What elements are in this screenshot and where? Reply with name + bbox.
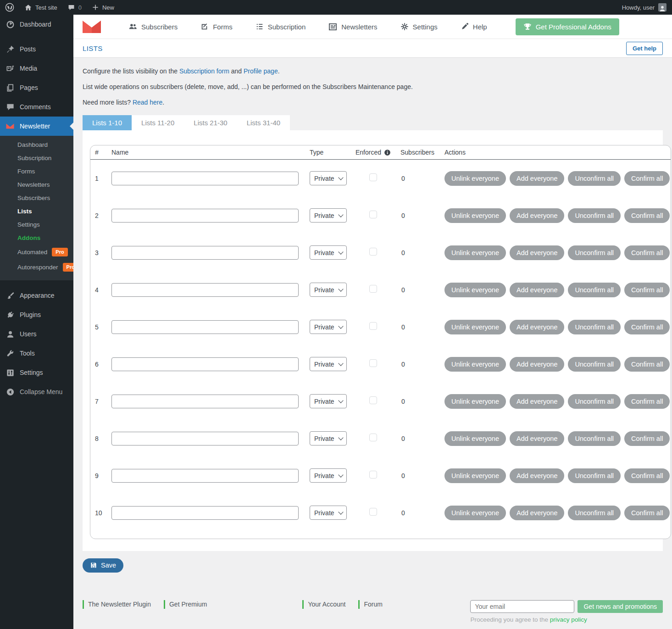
wordpress-logo-icon[interactable] [0,0,19,15]
sidebar-item-pages[interactable]: Pages [0,78,73,97]
sidebar-item-posts[interactable]: Posts [0,39,73,59]
unconfirm-all-button[interactable]: Unconfirm all [568,506,621,520]
enforced-checkbox[interactable] [369,211,377,218]
unlink-everyone-button[interactable]: Unlink everyone [444,468,506,483]
add-everyone-button[interactable]: Add everyone [510,245,564,260]
tab-lists-31-40[interactable]: Lists 31-40 [237,115,290,130]
nav-help[interactable]: Help [454,19,494,34]
subscription-form-link[interactable]: Subscription form [179,67,229,75]
save-button[interactable]: Save [83,558,123,573]
sidebar-item-media[interactable]: Media [0,59,73,78]
enforced-checkbox[interactable] [369,248,377,256]
unlink-everyone-button[interactable]: Unlink everyone [444,357,506,372]
confirm-all-button[interactable]: Confirm all [624,431,670,446]
list-name-input[interactable] [111,246,299,260]
confirm-all-button[interactable]: Confirm all [624,394,670,409]
enforced-checkbox[interactable] [369,434,377,441]
my-account-menu[interactable]: Howdy, user [616,3,672,11]
list-name-input[interactable] [111,320,299,334]
add-everyone-button[interactable]: Add everyone [510,468,564,483]
unconfirm-all-button[interactable]: Unconfirm all [568,431,621,446]
enforced-checkbox[interactable] [369,471,377,479]
new-content-menu[interactable]: New [87,0,119,15]
list-name-input[interactable] [111,172,299,185]
email-input[interactable] [470,600,574,613]
submenu-item-automated[interactable]: Automated Pro [0,245,73,260]
sidebar-item-comments[interactable]: Comments [0,97,73,117]
unlink-everyone-button[interactable]: Unlink everyone [444,506,506,520]
unlink-everyone-button[interactable]: Unlink everyone [444,171,506,186]
unconfirm-all-button[interactable]: Unconfirm all [568,208,621,223]
list-name-input[interactable] [111,209,299,223]
unconfirm-all-button[interactable]: Unconfirm all [568,283,621,297]
unconfirm-all-button[interactable]: Unconfirm all [568,394,621,409]
enforced-checkbox[interactable] [369,322,377,330]
unconfirm-all-button[interactable]: Unconfirm all [568,245,621,260]
list-name-input[interactable] [111,469,299,483]
tab-lists-11-20[interactable]: Lists 11-20 [132,115,184,130]
confirm-all-button[interactable]: Confirm all [624,468,670,483]
add-everyone-button[interactable]: Add everyone [510,394,564,409]
profile-page-link[interactable]: Profile page [244,67,278,75]
collapse-menu-button[interactable]: Collapse Menu [0,382,73,401]
read-here-link[interactable]: Read here [133,99,162,106]
submenu-item-dashboard[interactable]: Dashboard [0,138,73,151]
unconfirm-all-button[interactable]: Unconfirm all [568,171,621,186]
get-news-button[interactable]: Get news and promotions [578,600,663,613]
type-select[interactable]: Private [310,468,347,483]
submenu-item-forms[interactable]: Forms [0,165,73,178]
add-everyone-button[interactable]: Add everyone [510,283,564,297]
nav-forms[interactable]: Forms [194,19,239,34]
privacy-policy-link[interactable]: privacy policy [550,616,587,623]
unconfirm-all-button[interactable]: Unconfirm all [568,357,621,372]
unlink-everyone-button[interactable]: Unlink everyone [444,320,506,334]
info-icon[interactable] [384,149,391,156]
nav-subscription[interactable]: Subscription [249,19,312,34]
enforced-checkbox[interactable] [369,359,377,367]
sidebar-item-newsletter[interactable]: Newsletter [0,117,73,136]
get-help-button[interactable]: Get help [626,42,663,55]
tab-lists-1-10[interactable]: Lists 1-10 [83,115,132,130]
type-select[interactable]: Private [310,394,347,408]
sidebar-item-users[interactable]: Users [0,324,73,344]
add-everyone-button[interactable]: Add everyone [510,320,564,334]
enforced-checkbox[interactable] [369,285,377,293]
footer-link-premium[interactable]: Get Premium [164,600,207,609]
confirm-all-button[interactable]: Confirm all [624,245,670,260]
type-select[interactable]: Private [310,431,347,445]
submenu-item-subscribers[interactable]: Subscribers [0,191,73,205]
sidebar-item-tools[interactable]: Tools [0,344,73,363]
type-select[interactable]: Private [310,320,347,334]
enforced-checkbox[interactable] [369,508,377,516]
confirm-all-button[interactable]: Confirm all [624,283,670,297]
list-name-input[interactable] [111,432,299,445]
submenu-item-lists[interactable]: Lists [0,205,73,218]
footer-link-account[interactable]: Your Account [302,600,345,609]
nav-newsletters[interactable]: Newsletters [322,19,383,34]
list-name-input[interactable] [111,506,299,520]
type-select[interactable]: Private [310,506,347,520]
type-select[interactable]: Private [310,357,347,371]
list-name-input[interactable] [111,283,299,297]
add-everyone-button[interactable]: Add everyone [510,506,564,520]
type-select[interactable]: Private [310,208,347,223]
tab-lists-21-30[interactable]: Lists 21-30 [184,115,237,130]
type-select[interactable]: Private [310,283,347,297]
sidebar-item-appearance[interactable]: Appearance [0,286,73,305]
unlink-everyone-button[interactable]: Unlink everyone [444,283,506,297]
confirm-all-button[interactable]: Confirm all [624,208,670,223]
comments-shortcut[interactable]: 0 [62,0,87,15]
submenu-item-newsletters[interactable]: Newsletters [0,178,73,191]
enforced-checkbox[interactable] [369,173,377,181]
unlink-everyone-button[interactable]: Unlink everyone [444,208,506,223]
list-name-input[interactable] [111,395,299,408]
nav-subscribers[interactable]: Subscribers [122,19,184,34]
confirm-all-button[interactable]: Confirm all [624,357,670,372]
confirm-all-button[interactable]: Confirm all [624,171,670,186]
add-everyone-button[interactable]: Add everyone [510,431,564,446]
unlink-everyone-button[interactable]: Unlink everyone [444,245,506,260]
add-everyone-button[interactable]: Add everyone [510,171,564,186]
site-link[interactable]: Test site [19,0,62,15]
unconfirm-all-button[interactable]: Unconfirm all [568,468,621,483]
submenu-item-autoresponder[interactable]: Autoresponder Pro [0,260,73,275]
